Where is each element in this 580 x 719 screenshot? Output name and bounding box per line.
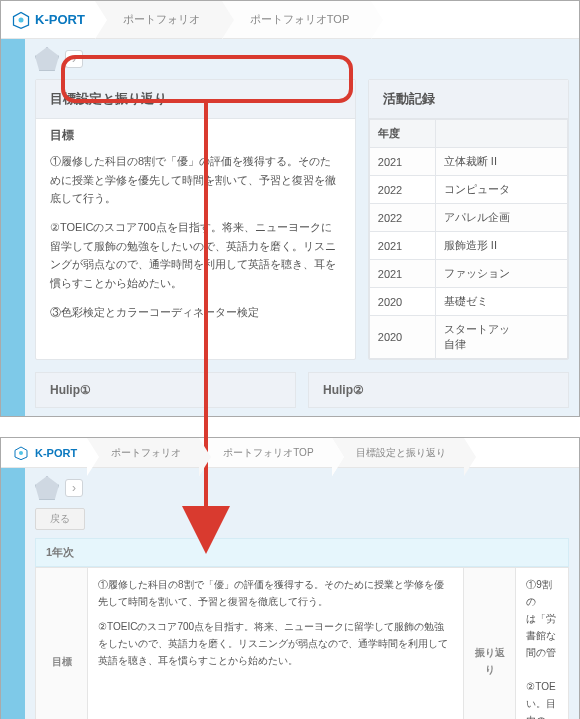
goal-p2: ②TOEICのスコア700点を目指す。将来、ニューヨークに留学して服飾の勉強をし… — [50, 218, 341, 293]
screenshot-top: K-PORT ポートフォリオ ポートフォリオTOP › 目標設定と振り返り 目標… — [0, 0, 580, 417]
activity-table: 年度 2021立体裁断 II 2022コンピュータ 2022アパレル企画 202… — [369, 119, 568, 359]
logo-text: K-PORT — [35, 12, 85, 27]
goal-p1: ①履修した科目の8割で「優」の評価を獲得する。そのために授業と学修を優先して時間… — [50, 152, 341, 208]
hulip-card-2[interactable]: Hulip② — [308, 372, 569, 408]
breadcrumb-portfolio[interactable]: ポートフォリオ — [95, 1, 222, 38]
chevron-right-icon[interactable]: › — [65, 50, 83, 68]
breadcrumb2-portfolio-top[interactable]: ポートフォリオTOP — [199, 438, 331, 467]
page-badge-row-2: › — [35, 476, 569, 500]
year-header: 1年次 — [35, 538, 569, 567]
back-button[interactable]: 戻る — [35, 508, 85, 530]
logo-icon — [11, 10, 31, 30]
table-row[interactable]: 2021ファッション — [369, 260, 567, 288]
app-logo-2[interactable]: K-PORT — [1, 438, 87, 467]
goal-card[interactable]: 目標設定と振り返り 目標 ①履修した科目の8割で「優」の評価を獲得する。そのため… — [35, 79, 356, 360]
activity-card: 活動記録 年度 2021立体裁断 II 2022コンピュータ 2022アパレル企… — [368, 79, 569, 360]
activity-col-title — [435, 120, 567, 148]
detail-table: 目標 ①履修した科目の8割で「優」の評価を獲得する。そのために授業と学修を優先し… — [35, 567, 569, 719]
pentagon-icon — [35, 476, 59, 500]
breadcrumb-portfolio-top[interactable]: ポートフォリオTOP — [222, 1, 371, 38]
svg-point-1 — [19, 17, 24, 22]
logo-icon — [11, 443, 31, 463]
detail-goal-text: ①履修した科目の8割で「優」の評価を獲得する。そのために授業と学修を優先して時間… — [88, 568, 464, 720]
activity-card-title: 活動記録 — [369, 80, 568, 119]
breadcrumb2-goal[interactable]: 目標設定と振り返り — [332, 438, 464, 467]
hulip-card-1[interactable]: Hulip① — [35, 372, 296, 408]
table-row[interactable]: 2020基礎ゼミ — [369, 288, 567, 316]
left-rail — [1, 39, 25, 416]
app-logo[interactable]: K-PORT — [1, 1, 95, 38]
detail-reflection-text: ①9割の は「労 書館な 間の管 ②TOE い。目 内のEn — [516, 568, 569, 720]
table-row[interactable]: 2020スタートアッ 自律 — [369, 316, 567, 359]
pentagon-icon — [35, 47, 59, 71]
chevron-right-icon[interactable]: › — [65, 479, 83, 497]
detail-reflection-label: 振り返り — [464, 568, 516, 720]
table-row[interactable]: 2021服飾造形 II — [369, 232, 567, 260]
goal-card-sub: 目標 — [36, 119, 355, 146]
activity-col-year: 年度 — [369, 120, 435, 148]
goal-card-title: 目標設定と振り返り — [36, 80, 355, 119]
table-row[interactable]: 2022コンピュータ — [369, 176, 567, 204]
logo-text-2: K-PORT — [35, 447, 77, 459]
breadcrumb-bar: K-PORT ポートフォリオ ポートフォリオTOP — [1, 1, 579, 39]
goal-card-body: ①履修した科目の8割で「優」の評価を獲得する。そのために授業と学修を優先して時間… — [36, 146, 355, 346]
left-rail-2 — [1, 468, 25, 719]
table-row[interactable]: 2021立体裁断 II — [369, 148, 567, 176]
screenshot-bottom: K-PORT ポートフォリオ ポートフォリオTOP 目標設定と振り返り › 戻る… — [0, 437, 580, 719]
goal-p3: ③色彩検定とカラーコーディネーター検定 — [50, 303, 341, 322]
breadcrumb-bar-2: K-PORT ポートフォリオ ポートフォリオTOP 目標設定と振り返り — [1, 438, 579, 468]
page-badge-row: › — [35, 47, 569, 71]
svg-point-3 — [19, 451, 23, 455]
detail-goal-label: 目標 — [36, 568, 88, 720]
breadcrumb2-portfolio[interactable]: ポートフォリオ — [87, 438, 199, 467]
table-row[interactable]: 2022アパレル企画 — [369, 204, 567, 232]
